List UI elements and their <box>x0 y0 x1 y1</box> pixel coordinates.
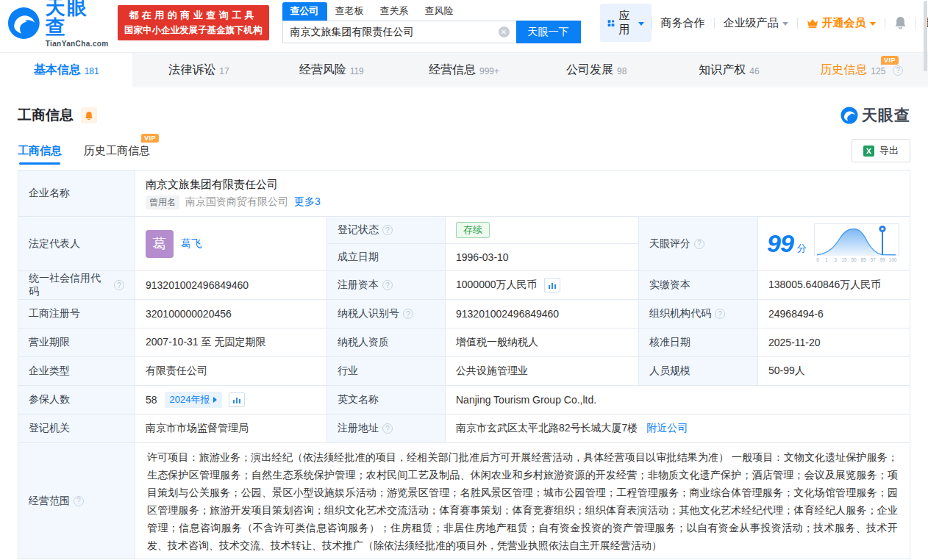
status-badge: 存续 <box>456 222 490 238</box>
value-text: 913201002496849460 <box>146 279 249 291</box>
value-text: 增值税一般纳税人 <box>456 336 538 349</box>
search-area: 查公司 查老板 查关系 查风险 ✕ 天眼一下 <box>282 2 581 43</box>
monitor-bell-icon[interactable] <box>81 107 97 123</box>
field-label-org-code: 组织机构代码 <box>639 300 757 328</box>
field-value-org-code: 24968494-6 <box>758 300 910 328</box>
main-tabbar: 基本信息 181 法律诉讼 17 经营风险 119 经营信息 999+ 公司发展… <box>0 52 928 87</box>
search-tab-company[interactable]: 查公司 <box>282 2 327 21</box>
apps-grid-icon <box>607 18 615 29</box>
nav-enterprise-products[interactable]: 企业级产品 <box>715 16 797 30</box>
label-text: 登记状态 <box>338 223 379 237</box>
annual-report-badge[interactable]: 2024年报 <box>165 392 222 408</box>
tab-intellectual-property[interactable]: 知识产权 46 <box>663 53 795 87</box>
field-label-establish-date: 成立日期 <box>327 244 445 270</box>
tab-count: 17 <box>219 66 229 76</box>
label-text: 成立日期 <box>338 251 379 264</box>
field-label-company-type: 企业类型 <box>18 357 135 385</box>
tab-label: 经营信息 <box>429 62 476 78</box>
trend-chart-icon[interactable] <box>229 392 245 407</box>
field-label-reg-capital: 注册资本 <box>327 271 445 299</box>
clear-icon[interactable]: ✕ <box>499 26 510 37</box>
tianyancha-logo[interactable]: 天眼查 TianYanCha.com <box>7 0 109 48</box>
search-tabs: 查公司 查老板 查关系 查风险 <box>282 2 581 21</box>
tab-company-development[interactable]: 公司发展 98 <box>530 53 663 87</box>
field-value-reg-status: 存续 <box>446 217 638 243</box>
business-scope-text: 许可项目：旅游业务；演出经纪（依法须经批准的项目，经相关部门批准后方可开展经营活… <box>147 448 898 554</box>
label-text: 统一社会信用代码 <box>29 272 110 298</box>
nav-business-cooperation[interactable]: 商务合作 <box>652 16 714 30</box>
value-text: 1000000万人民币 <box>456 279 538 292</box>
question-icon[interactable] <box>403 309 413 319</box>
tab-label: 经营风险 <box>299 62 346 78</box>
field-value-industry: 公共设施管理业 <box>446 357 638 385</box>
score-axis: 0 1 3 15 50 85 97 99 100 <box>816 257 897 262</box>
field-value-english-name: Nanjing Tourism Group Co.,ltd. <box>446 386 910 414</box>
tab-count: 98 <box>617 66 627 76</box>
tab-operation-risk[interactable]: 经营风险 119 <box>265 53 398 87</box>
section-title: 工商信息 <box>18 106 74 125</box>
field-value-staff-size: 50-99人 <box>758 357 910 385</box>
tab-label: 法律诉讼 <box>168 62 215 78</box>
more-link[interactable]: 更多3 <box>294 195 321 209</box>
top-nav: 商务合作 企业级产品 开通会员 超级风... <box>652 16 928 30</box>
chevron-down-icon <box>870 22 876 26</box>
search-button[interactable]: 天眼一下 <box>516 21 581 43</box>
caret-right-icon <box>213 397 217 403</box>
field-label-taxpayer-id: 纳税人识别号 <box>327 300 445 328</box>
field-label-industry: 行业 <box>327 357 445 385</box>
business-info-table: 企业名称 南京文旅集团有限责任公司 曾用名 南京国资商贸有限公司 更多3 法定代… <box>18 170 910 559</box>
vip-badge: VIP <box>141 134 159 143</box>
value-text: 有限责任公司 <box>146 365 207 378</box>
question-icon[interactable] <box>694 239 704 249</box>
notification-bell[interactable] <box>885 16 915 29</box>
question-icon[interactable] <box>382 423 393 434</box>
search-tab-risk[interactable]: 查风险 <box>417 2 462 21</box>
field-label-legal-rep: 法定代表人 <box>18 217 135 270</box>
search-input[interactable] <box>283 26 516 38</box>
value-text: Nanjing Tourism Group Co.,ltd. <box>456 394 596 406</box>
question-icon[interactable] <box>893 65 903 76</box>
field-value-credit-code: 913201002496849460 <box>135 271 326 299</box>
score-unit: 分 <box>797 242 807 255</box>
label-text: 行业 <box>338 365 358 378</box>
score-axis-tick: 97 <box>870 257 876 262</box>
scrollbar[interactable] <box>924 1 927 71</box>
export-button[interactable]: 导出 <box>852 139 910 162</box>
search-tab-boss[interactable]: 查老板 <box>327 2 372 21</box>
tab-count: 999+ <box>479 66 499 76</box>
nav-cooperation-label: 商务合作 <box>661 16 705 30</box>
question-icon[interactable] <box>715 309 725 319</box>
nav-open-vip[interactable]: 开通会员 <box>798 16 885 30</box>
question-icon[interactable] <box>114 280 124 290</box>
label-text: 参保人数 <box>29 393 70 406</box>
question-icon[interactable] <box>74 496 84 506</box>
tab-basic-info[interactable]: 基本信息 181 <box>0 53 132 87</box>
tab-legal-proceedings[interactable]: 法律诉讼 17 <box>132 53 265 87</box>
score-axis-tick: 15 <box>841 257 847 262</box>
brand-name: 天眼查 <box>46 0 109 37</box>
question-icon[interactable] <box>382 280 393 290</box>
value-text: 2025-11-20 <box>768 337 821 348</box>
subtab-history-business-info[interactable]: VIP 历史工商信息 <box>84 144 150 158</box>
field-value-reg-address: 南京市玄武区太平北路82号长城大厦7楼 附近公司 <box>446 414 910 442</box>
value-text: 南京市市场监督管理局 <box>146 422 249 435</box>
nav-enterprise-label: 企业级产品 <box>724 16 779 30</box>
tab-operation-info[interactable]: 经营信息 999+ <box>398 53 530 87</box>
subtab-business-info[interactable]: 工商信息 <box>18 144 62 158</box>
question-icon[interactable] <box>382 225 393 235</box>
apps-button[interactable]: 应用 <box>600 4 652 42</box>
avatar[interactable]: 葛 <box>146 230 174 258</box>
legal-rep-link[interactable]: 葛飞 <box>181 237 201 251</box>
field-value-business-term: 2007-10-31 至 无固定期限 <box>135 329 326 356</box>
trend-chart-icon[interactable] <box>544 278 560 292</box>
field-label-reg-number: 工商注册号 <box>18 300 135 328</box>
vip-badge: VIP <box>881 56 899 65</box>
annual-report-label: 2024年报 <box>170 393 210 406</box>
label-text: 核准日期 <box>649 336 690 349</box>
value-text: 58 <box>146 394 157 406</box>
value-text: 南京市玄武区太平北路82号长城大厦7楼 <box>456 422 638 435</box>
label-text: 注册资本 <box>338 279 379 292</box>
search-tab-relation[interactable]: 查关系 <box>372 2 417 21</box>
nearby-companies-link[interactable]: 附近公司 <box>646 422 688 435</box>
tab-history-info[interactable]: VIP 历史信息 125 <box>796 53 928 87</box>
